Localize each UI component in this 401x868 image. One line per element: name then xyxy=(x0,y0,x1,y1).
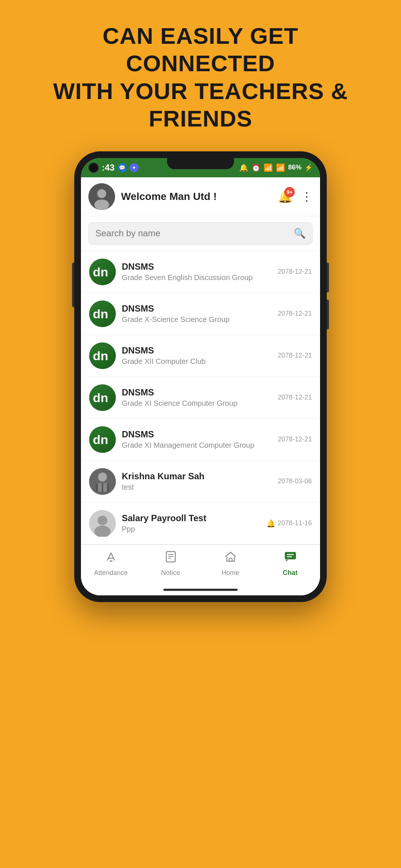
chat-date: 2078-12-21 xyxy=(278,268,312,276)
discord-icon: ✦ xyxy=(130,163,138,172)
svg-text:dn: dn xyxy=(93,265,108,279)
headline-line2: WITH YOUR TEACHERS & xyxy=(53,78,348,104)
status-right: 🔔 ⏰ 📶 📶 86% ⚡ xyxy=(239,163,313,172)
chat-info: DNSMS Grade X-Science Science Group xyxy=(122,303,272,324)
more-options-button[interactable]: ⋮ xyxy=(301,190,313,204)
chat-preview: Grade XI Management Computer Group xyxy=(122,441,272,450)
chat-avatar: dn xyxy=(89,259,116,285)
phone-screen: :43 💬 ✦ 🔔 ⏰ 📶 📶 86% ⚡ xyxy=(81,158,320,595)
chat-info: Salary Payrooll Test Ppp xyxy=(122,513,260,533)
chat-avatar: dn xyxy=(89,300,116,327)
camera-icon xyxy=(88,162,99,173)
svg-rect-16 xyxy=(110,560,113,562)
chat-avatar: dn xyxy=(89,426,116,453)
chat-date: 2078-12-21 xyxy=(278,352,312,359)
chat-meta: 🔔 2078-11-16 xyxy=(266,519,312,528)
list-item[interactable]: dn DNSMS Grade XI Science Computer Group… xyxy=(81,377,320,419)
chat-preview: Grade X-Science Science Group xyxy=(122,315,272,324)
wifi-icon: 📶 xyxy=(264,163,273,172)
chat-preview: test xyxy=(122,483,272,491)
chat-avatar: dn xyxy=(89,342,116,369)
svg-text:dn: dn xyxy=(93,433,108,446)
chat-date: 2078-12-21 xyxy=(278,394,312,401)
svg-rect-22 xyxy=(285,552,296,559)
alarm-icon: 🔔 xyxy=(239,163,248,172)
home-label: Home xyxy=(221,569,239,577)
chat-date: 2078-12-21 xyxy=(278,435,312,443)
chat-meta: 2078-12-21 xyxy=(278,310,312,318)
header-title: Welcome Man Utd ! xyxy=(121,191,271,203)
header-actions: 🔔 9+ ⋮ xyxy=(277,188,313,205)
chat-meta: 2078-12-21 xyxy=(278,394,312,401)
battery-icon: ⚡ xyxy=(304,164,313,172)
nav-item-home[interactable]: Home xyxy=(200,550,260,577)
phone-notch xyxy=(167,158,234,169)
volume-down-button xyxy=(327,300,329,329)
chat-avatar xyxy=(89,510,116,537)
chat-list: dn DNSMS Grade Seven English Discussion … xyxy=(81,251,320,545)
chat-meta: 2078-12-21 xyxy=(278,435,312,443)
home-indicator xyxy=(81,584,320,595)
clock-icon: ⏰ xyxy=(251,163,261,172)
chat-name: Krishna Kumar Sah xyxy=(122,471,272,481)
svg-text:dn: dn xyxy=(93,391,108,404)
notification-badge: 9+ xyxy=(284,187,295,197)
list-item[interactable]: Krishna Kumar Sah test 2078-03-06 xyxy=(81,461,320,503)
chat-info: DNSMS Grade Seven English Discussion Gro… xyxy=(122,262,272,282)
chat-preview: Grade Seven English Discussion Group xyxy=(122,273,272,282)
search-icon[interactable]: 🔍 xyxy=(294,228,306,239)
list-item[interactable]: dn DNSMS Grade XII Computer Club 2078-12… xyxy=(81,335,320,377)
notice-icon xyxy=(164,550,177,567)
search-container: 🔍 xyxy=(81,216,320,251)
attendance-label: Attendance xyxy=(94,569,128,577)
messenger-icon: 💬 xyxy=(118,163,127,172)
nav-item-notice[interactable]: Notice xyxy=(141,550,200,577)
notification-button[interactable]: 🔔 9+ xyxy=(277,188,293,205)
svg-text:dn: dn xyxy=(93,349,108,362)
home-icon xyxy=(224,550,237,567)
svg-point-9 xyxy=(98,473,107,481)
svg-rect-11 xyxy=(98,483,102,492)
list-item[interactable]: Salary Payrooll Test Ppp 🔔 2078-11-16 xyxy=(81,503,320,545)
headline-line3: FRIENDS xyxy=(149,106,252,131)
chat-date: 2078-03-06 xyxy=(278,477,312,485)
phone-frame: :43 💬 ✦ 🔔 ⏰ 📶 📶 86% ⚡ xyxy=(74,151,327,602)
nav-item-chat[interactable]: Chat xyxy=(260,550,320,577)
list-item[interactable]: dn DNSMS Grade Seven English Discussion … xyxy=(81,251,320,293)
svg-rect-10 xyxy=(96,484,109,492)
signal-icon: 📶 xyxy=(276,163,285,172)
home-bar xyxy=(163,589,238,591)
battery-text: 86% xyxy=(288,164,301,171)
muted-icon: 🔔 xyxy=(266,519,276,528)
chat-info: Krishna Kumar Sah test xyxy=(122,471,272,491)
chat-label: Chat xyxy=(283,569,298,577)
volume-button xyxy=(72,263,74,307)
list-item[interactable]: dn DNSMS Grade XI Management Computer Gr… xyxy=(81,419,320,461)
chat-name: DNSMS xyxy=(122,345,272,356)
power-button xyxy=(327,263,329,292)
status-time: :43 xyxy=(102,162,115,173)
chat-meta: 2078-03-06 xyxy=(278,477,312,485)
chat-avatar xyxy=(89,468,116,495)
chat-preview: Grade XII Computer Club xyxy=(122,357,272,366)
avatar[interactable] xyxy=(88,183,115,210)
list-item[interactable]: dn DNSMS Grade X-Science Science Group 2… xyxy=(81,293,320,335)
chat-name: DNSMS xyxy=(122,303,272,314)
chat-info: DNSMS Grade XI Science Computer Group xyxy=(122,387,272,408)
search-box[interactable]: 🔍 xyxy=(88,222,313,245)
headline-line1: CAN EASILY GET CONNECTED xyxy=(102,23,298,76)
headline: CAN EASILY GET CONNECTED WITH YOUR TEACH… xyxy=(0,0,401,151)
search-input[interactable] xyxy=(95,228,289,239)
svg-point-2 xyxy=(94,200,109,210)
notice-label: Notice xyxy=(161,569,180,577)
bottom-navigation: Attendance Notice xyxy=(81,545,320,584)
chat-preview: Grade XI Science Computer Group xyxy=(122,399,272,408)
nav-item-attendance[interactable]: Attendance xyxy=(81,550,141,577)
status-left: :43 💬 ✦ xyxy=(88,162,138,173)
app-header: Welcome Man Utd ! 🔔 9+ ⋮ xyxy=(81,177,320,216)
chat-preview: Ppp xyxy=(122,525,260,533)
chat-icon xyxy=(284,550,297,567)
chat-meta: 2078-12-21 xyxy=(278,268,312,276)
chat-name: DNSMS xyxy=(122,429,272,440)
svg-rect-12 xyxy=(103,483,107,492)
